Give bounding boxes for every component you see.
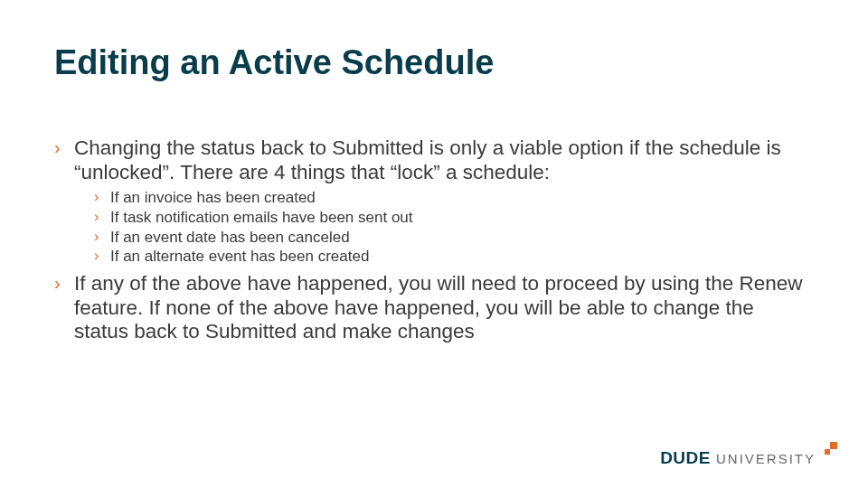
- list-item-text: If an alternate event has been created: [110, 248, 369, 265]
- list-item-text: If task notification emails have been se…: [110, 209, 413, 226]
- sub-bullet-list: If an invoice has been created If task n…: [74, 188, 814, 267]
- logo-suffix-text: UNIVERSITY: [716, 451, 816, 466]
- list-item: If an event date has been canceled: [94, 228, 814, 248]
- list-item: Changing the status back to Submitted is…: [54, 136, 814, 267]
- list-item: If task notification emails have been se…: [94, 208, 814, 228]
- list-item: If an alternate event has been created: [94, 247, 814, 267]
- list-item-text: If an event date has been canceled: [110, 229, 350, 246]
- list-item-text: If an invoice has been created: [110, 189, 316, 206]
- slide-title: Editing an Active Schedule: [54, 43, 814, 82]
- logo-brand-text: DUDE: [660, 448, 711, 468]
- slide: Editing an Active Schedule Changing the …: [0, 0, 868, 488]
- list-item: If an invoice has been created: [94, 188, 814, 208]
- bullet-list: Changing the status back to Submitted is…: [54, 136, 814, 344]
- list-item: If any of the above have happened, you w…: [54, 272, 814, 344]
- list-item-text: If any of the above have happened, you w…: [74, 272, 803, 343]
- footer-logo: DUDE UNIVERSITY: [660, 447, 837, 468]
- logo-mark-icon: [821, 442, 837, 458]
- list-item-text: Changing the status back to Submitted is…: [74, 136, 781, 183]
